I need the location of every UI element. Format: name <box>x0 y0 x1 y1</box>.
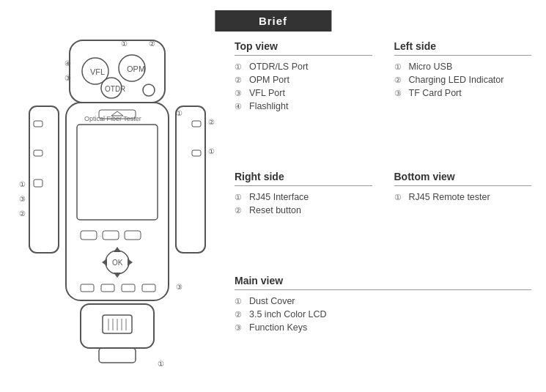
item-text: TF Card Port <box>409 88 462 98</box>
svg-rect-19 <box>66 103 169 300</box>
bottom-view-list: ①RJ45 Remote tester <box>394 192 532 202</box>
svg-text:①: ① <box>208 147 215 155</box>
svg-rect-12 <box>29 106 59 253</box>
item-text: OTDR/LS Port <box>249 62 309 72</box>
list-item: ③Function Keys <box>235 322 531 333</box>
section-bottom-view: Bottom view ①RJ45 Remote tester <box>387 171 539 267</box>
item-number: ③ <box>235 323 246 333</box>
item-number: ② <box>235 75 246 85</box>
svg-rect-0 <box>70 40 165 103</box>
svg-rect-33 <box>81 284 94 292</box>
svg-text:③: ③ <box>64 74 71 82</box>
svg-rect-14 <box>34 150 43 156</box>
item-text: Function Keys <box>249 322 307 333</box>
item-text: Micro USB <box>409 62 453 72</box>
svg-rect-35 <box>122 284 135 292</box>
item-text: OPM Port <box>249 75 289 85</box>
item-text: Flashlight <box>249 101 289 111</box>
item-number: ① <box>235 193 246 202</box>
bottom-view-title: Bottom view <box>394 171 532 186</box>
item-number: ① <box>394 62 406 72</box>
svg-marker-30 <box>114 273 121 278</box>
list-item: ①Micro USB <box>394 62 532 72</box>
svg-text:②: ② <box>208 118 215 126</box>
svg-rect-26 <box>125 231 141 240</box>
item-text: Charging LED Indicator <box>409 75 504 85</box>
svg-text:①: ① <box>121 40 128 48</box>
svg-text:④: ④ <box>64 59 71 67</box>
list-item: ①OTDR/LS Port <box>235 62 372 72</box>
item-text: VFL Port <box>249 88 285 98</box>
main-view-list: ①Dust Cover②3.5 inch Color LCD③Function … <box>235 296 531 333</box>
top-view-list: ①OTDR/LS Port②OPM Port③VFL Port④Flashlig… <box>235 62 372 111</box>
item-number: ① <box>394 193 406 202</box>
item-text: RJ45 Remote tester <box>409 192 490 202</box>
svg-marker-29 <box>114 247 121 252</box>
svg-text:②: ② <box>149 40 155 48</box>
list-item: ②Reset button <box>235 205 372 215</box>
svg-text:①: ① <box>19 180 26 188</box>
list-item: ②OPM Port <box>235 75 372 85</box>
left-side-title: Left side <box>394 40 532 56</box>
svg-rect-25 <box>103 231 119 240</box>
svg-rect-39 <box>176 106 205 253</box>
svg-text:OPM: OPM <box>127 64 145 73</box>
item-text: Dust Cover <box>249 296 295 306</box>
list-item: ①RJ45 Interface <box>235 192 372 202</box>
section-main-view: Main view ①Dust Cover②3.5 inch Color LCD… <box>227 275 539 385</box>
section-right-side: Right side ①RJ45 Interface②Reset button <box>227 171 380 267</box>
item-number: ③ <box>394 89 406 98</box>
item-text: RJ45 Interface <box>249 192 309 202</box>
svg-rect-34 <box>101 284 114 292</box>
list-item: ②Charging LED Indicator <box>394 75 532 85</box>
right-side-title: Right side <box>235 171 372 186</box>
svg-text:OTDR: OTDR <box>105 85 125 93</box>
item-number: ④ <box>235 102 246 111</box>
section-left-side: Left side ①Micro USB②Charging LED Indica… <box>387 40 539 163</box>
svg-rect-24 <box>81 231 97 240</box>
left-side-list: ①Micro USB②Charging LED Indicator③TF Car… <box>394 62 532 98</box>
svg-marker-31 <box>102 259 107 266</box>
item-number: ② <box>235 310 246 319</box>
section-top-view: Top view ①OTDR/LS Port②OPM Port③VFL Port… <box>227 40 380 163</box>
device-diagram: VFL OPM OTDR ④ ③ ① ② ③ <box>15 33 220 377</box>
svg-rect-45 <box>99 348 136 363</box>
svg-rect-20 <box>77 125 158 220</box>
main-view-title: Main view <box>235 275 531 290</box>
list-item: ②3.5 inch Color LCD <box>235 309 531 319</box>
svg-text:②: ② <box>19 210 26 218</box>
list-item: ①Dust Cover <box>235 296 531 306</box>
svg-rect-41 <box>192 150 201 156</box>
list-item: ①RJ45 Remote tester <box>394 192 532 202</box>
item-number: ③ <box>235 89 246 98</box>
svg-text:①: ① <box>158 360 164 368</box>
svg-rect-40 <box>192 121 201 127</box>
list-item: ④Flashlight <box>235 101 372 111</box>
svg-rect-36 <box>142 284 155 292</box>
svg-point-7 <box>143 84 155 96</box>
list-item: ③TF Card Port <box>394 88 532 98</box>
svg-marker-32 <box>128 259 133 266</box>
item-text: Reset button <box>249 205 301 215</box>
info-area: Top view ①OTDR/LS Port②OPM Port③VFL Port… <box>227 40 539 385</box>
top-view-title: Top view <box>235 40 372 56</box>
svg-text:③: ③ <box>176 283 182 291</box>
item-text: 3.5 inch Color LCD <box>249 309 327 319</box>
item-number: ① <box>235 297 246 306</box>
svg-rect-13 <box>34 121 43 127</box>
page-title: Brief <box>215 10 331 32</box>
svg-rect-15 <box>34 180 43 187</box>
item-number: ② <box>394 75 406 85</box>
right-side-list: ①RJ45 Interface②Reset button <box>235 192 372 215</box>
svg-text:OK: OK <box>112 259 123 267</box>
item-number: ① <box>235 62 246 72</box>
item-number: ② <box>235 206 246 215</box>
svg-text:VFL: VFL <box>90 67 105 76</box>
list-item: ③VFL Port <box>235 88 372 98</box>
svg-text:③: ③ <box>19 195 26 203</box>
